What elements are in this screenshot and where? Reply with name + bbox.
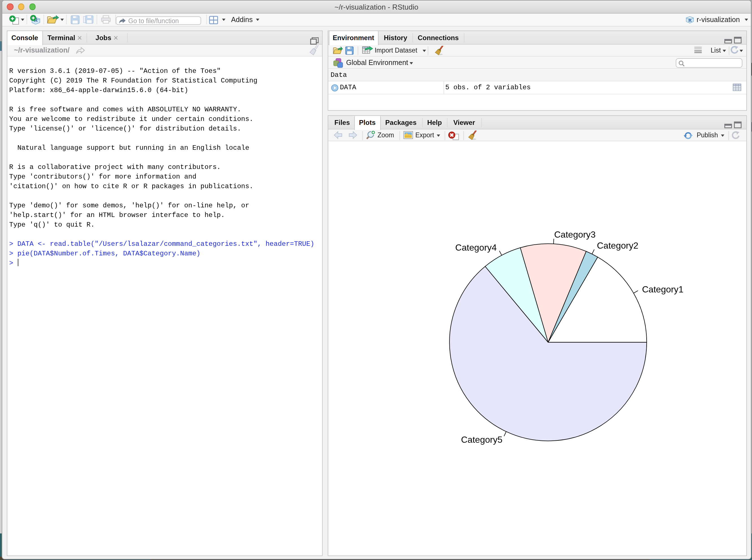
svg-text:Category3: Category3 (554, 229, 595, 240)
svg-text:R: R (688, 18, 692, 23)
svg-text:Category5: Category5 (461, 435, 502, 445)
svg-text:Category2: Category2 (597, 240, 638, 251)
svg-text:Category1: Category1 (642, 284, 683, 295)
svg-text:Category4: Category4 (455, 242, 496, 253)
